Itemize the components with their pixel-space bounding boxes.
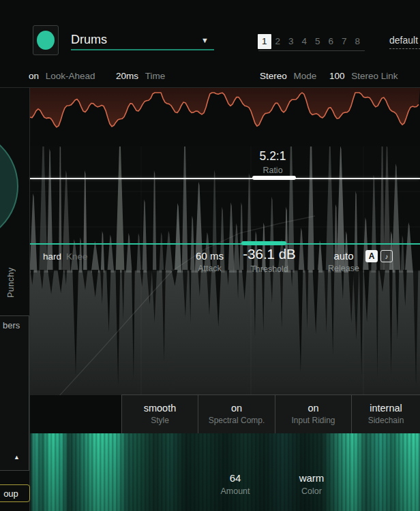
auto-release-icon[interactable]: A — [365, 250, 378, 262]
chevron-down-icon[interactable]: ▼ — [201, 36, 209, 44]
knee-label: Knee — [66, 251, 88, 262]
release-control[interactable]: auto Release — [317, 250, 370, 273]
sidebar-panel[interactable]: bers ▲ — [0, 315, 29, 471]
spectral-comp-control[interactable]: on Spectral Comp. — [198, 394, 275, 433]
mode-label: Mode — [294, 71, 317, 81]
sidebar-panel-label: bers — [3, 320, 20, 330]
mode-value[interactable]: Stereo — [260, 71, 287, 81]
sidechain-value[interactable]: internal — [352, 403, 420, 414]
input-waveform-svg — [30, 88, 420, 146]
threshold-label: Threshold — [222, 264, 317, 274]
input-riding-control[interactable]: on Input Riding — [275, 394, 351, 433]
power-dot-icon — [37, 31, 55, 50]
left-sidebar: Punchy bers ▲ — [0, 88, 30, 511]
threshold-handle[interactable] — [241, 241, 286, 245]
style-value[interactable]: smooth — [122, 403, 198, 414]
ratio-handle[interactable] — [252, 176, 296, 180]
amount-label: Amount — [201, 486, 269, 496]
snapshot-tab-7[interactable]: 7 — [338, 34, 351, 49]
look-ahead-label: Look-Ahead — [46, 71, 95, 81]
snapshot-tab-2[interactable]: 2 — [271, 34, 285, 49]
stereo-link-control[interactable]: 100 Stereo Link — [329, 71, 398, 81]
ratio-value[interactable]: 5.2:1 — [232, 149, 314, 164]
knee-value[interactable]: hard — [43, 251, 61, 262]
time-control[interactable]: 20ms Time — [116, 71, 165, 81]
ratio-readout[interactable]: 5.2:1 Ratio — [232, 149, 314, 175]
amount-control[interactable]: 64 Amount — [201, 472, 269, 496]
snapshot-tab-3[interactable]: 3 — [284, 34, 298, 49]
main-display[interactable]: 5.2:1 Ratio hardKnee 60 ms Attack -36.1 … — [30, 146, 420, 395]
profile-dial[interactable] — [0, 129, 18, 243]
threshold-line[interactable] — [30, 243, 420, 245]
snapshot-tab-6[interactable]: 6 — [325, 34, 338, 49]
input-riding-value[interactable]: on — [275, 403, 351, 414]
color-label: Color — [278, 486, 346, 496]
preset-power-button[interactable] — [33, 25, 59, 55]
snapshot-tab-5[interactable]: 5 — [311, 34, 325, 49]
musical-note-icon[interactable]: ♪ — [380, 250, 393, 262]
mode-control[interactable]: Stereo Mode — [260, 71, 316, 81]
knee-control[interactable]: hardKnee — [43, 251, 88, 262]
ratio-label: Ratio — [232, 166, 314, 175]
time-label: Time — [145, 71, 166, 81]
release-value[interactable]: auto — [317, 250, 370, 262]
default-underline — [389, 48, 420, 49]
threshold-control[interactable]: -36.1 dB Threshold — [222, 246, 317, 274]
punchy-label: Punchy — [6, 250, 16, 298]
sidechain-control[interactable]: internal Sidechain — [351, 394, 420, 433]
release-label: Release — [317, 264, 370, 273]
collapse-arrow-icon[interactable]: ▲ — [14, 454, 20, 461]
snapshot-tab-1[interactable]: 1 — [258, 34, 271, 49]
spectral-comp-label: Spectral Comp. — [198, 416, 275, 425]
input-riding-label: Input Riding — [275, 416, 351, 425]
stereo-link-label: Stereo Link — [351, 71, 397, 81]
style-control[interactable]: smooth Style — [121, 394, 198, 433]
look-ahead-value[interactable]: on — [29, 71, 39, 81]
color-value[interactable]: warm — [278, 472, 346, 484]
color-control[interactable]: warm Color — [278, 472, 346, 496]
snapshot-tab-8[interactable]: 8 — [351, 34, 365, 49]
threshold-value[interactable]: -36.1 dB — [222, 246, 317, 262]
time-value[interactable]: 20ms — [116, 71, 138, 81]
group-button[interactable]: oup — [0, 484, 30, 502]
plugin-window: Drums ▼ 1 2 3 4 5 6 7 8 default on Look-… — [0, 0, 420, 511]
sidechain-label: Sidechain — [352, 416, 420, 425]
spectral-comp-value[interactable]: on — [198, 403, 275, 414]
stereo-link-value[interactable]: 100 — [329, 71, 345, 81]
snapshot-underline — [258, 50, 365, 51]
default-preset-link[interactable]: default — [389, 35, 418, 46]
snapshot-tabs: 1 2 3 4 5 6 7 8 — [258, 34, 364, 49]
look-ahead-control[interactable]: on Look-Ahead — [29, 71, 95, 81]
preset-underline — [71, 49, 214, 50]
style-label: Style — [122, 416, 198, 425]
amount-value[interactable]: 64 — [201, 472, 269, 484]
snapshot-tab-4[interactable]: 4 — [298, 34, 312, 49]
preset-name[interactable]: Drums — [71, 33, 107, 47]
ratio-line[interactable] — [30, 178, 420, 179]
